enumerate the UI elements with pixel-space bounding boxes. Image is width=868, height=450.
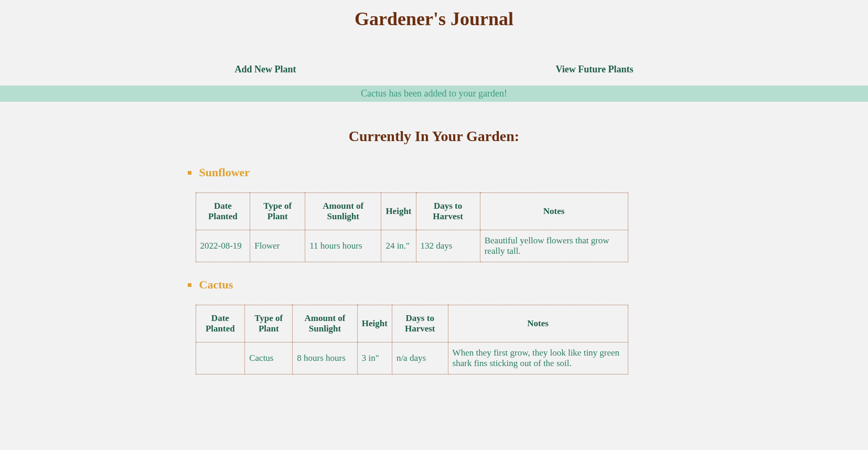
- flash-message: Cactus has been added to your garden!: [0, 85, 868, 102]
- plant-item: Cactus Date Planted Type of Plant Amount…: [193, 278, 676, 374]
- td-height: 24 in.": [381, 230, 416, 262]
- th-amount-of-sunlight: Amount of Sunlight: [305, 193, 381, 230]
- table-header-row: Date Planted Type of Plant Amount of Sun…: [196, 305, 628, 342]
- td-type-of-plant: Cactus: [245, 342, 293, 374]
- td-amount-of-sunlight: 11 hours hours: [305, 230, 381, 262]
- plant-name-row: Cactus: [188, 278, 676, 292]
- add-new-plant-link[interactable]: Add New Plant: [234, 64, 296, 75]
- th-date-planted: Date Planted: [196, 305, 245, 342]
- plant-item: Sunflower Date Planted Type of Plant Amo…: [193, 166, 676, 262]
- td-days-to-harvest: n/a days: [392, 342, 448, 374]
- plant-name: Cactus: [199, 278, 233, 292]
- td-height: 3 in": [357, 342, 392, 374]
- th-amount-of-sunlight: Amount of Sunlight: [293, 305, 358, 342]
- td-amount-of-sunlight: 8 hours hours: [293, 342, 358, 374]
- bullet-icon: [188, 171, 191, 175]
- th-days-to-harvest: Days to Harvest: [416, 193, 480, 230]
- plant-list: Sunflower Date Planted Type of Plant Amo…: [193, 155, 676, 401]
- td-notes: Beautiful yellow flowers that grow reall…: [480, 230, 628, 262]
- table-row: Cactus 8 hours hours 3 in" n/a days When…: [196, 342, 628, 374]
- view-future-plants-link[interactable]: View Future Plants: [555, 64, 633, 75]
- th-type-of-plant: Type of Plant: [245, 305, 293, 342]
- td-date-planted: 2022-08-19: [196, 230, 250, 262]
- th-notes: Notes: [448, 305, 628, 342]
- th-height: Height: [381, 193, 416, 230]
- td-notes: When they first grow, they look like tin…: [448, 342, 628, 374]
- th-date-planted: Date Planted: [196, 193, 250, 230]
- plant-name-row: Sunflower: [188, 166, 676, 179]
- td-days-to-harvest: 132 days: [416, 230, 480, 262]
- table-header-row: Date Planted Type of Plant Amount of Sun…: [196, 193, 628, 230]
- th-notes: Notes: [480, 193, 628, 230]
- bullet-icon: [188, 283, 191, 287]
- page-title: Gardener's Journal: [0, 0, 868, 38]
- table-row: 2022-08-19 Flower 11 hours hours 24 in."…: [196, 230, 628, 262]
- th-height: Height: [357, 305, 392, 342]
- section-title: Currently In Your Garden:: [0, 102, 868, 155]
- nav-row: Add New Plant View Future Plants: [0, 38, 868, 85]
- th-type-of-plant: Type of Plant: [250, 193, 305, 230]
- td-type-of-plant: Flower: [250, 230, 305, 262]
- plant-table: Date Planted Type of Plant Amount of Sun…: [196, 192, 628, 262]
- th-days-to-harvest: Days to Harvest: [392, 305, 448, 342]
- plant-name: Sunflower: [199, 166, 250, 179]
- td-date-planted: [196, 342, 245, 374]
- plant-table: Date Planted Type of Plant Amount of Sun…: [196, 305, 628, 374]
